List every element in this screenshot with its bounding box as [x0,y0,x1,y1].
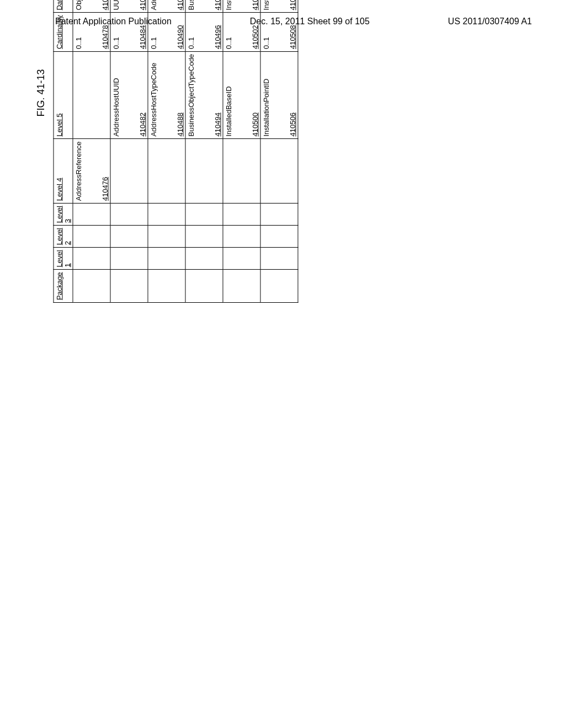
header-level3: Level 3 [54,204,73,226]
table-header-row: Package Level 1 Level 2 Level 3 Level 4 … [54,0,73,302]
cell-cardinality: 0..1410478 [73,13,110,51]
header-level4: Level 4 [54,139,73,204]
cell-package [223,270,260,303]
cell-cardinality-ref: 410484 [138,25,147,49]
cell-level4 [223,139,260,204]
cell-datatype-ref: 410498 [214,0,222,10]
header-level2: Level 2 [54,226,73,248]
cell-datatype-ref: 410510 [289,0,297,10]
table-row: AddressHostTypeCode4104880..1410490Addre… [148,0,185,302]
cell-cardinality-text: 0..1 [262,15,270,49]
cell-package [148,270,185,303]
cell-datatype-ref: 410504 [251,0,259,10]
cell-level2 [260,226,298,248]
cell-cardinality-text: 0..1 [225,15,233,49]
cell-cardinality-ref: 410502 [251,25,259,49]
figure-container: FIG. 41-13 Package Level 1 Level 2 Level… [267,0,299,303]
cell-datatype: ObjectNodeLocationAddressReference410480 [73,0,110,13]
cell-level4: AddressReference410476 [73,139,110,204]
cell-cardinality-ref: 410478 [101,25,109,49]
cell-level5-text: AddressHostUUID [112,54,120,137]
cell-level4 [148,139,185,204]
cell-datatype-text: AddressHostTypeCode [150,0,158,10]
cell-level4-ref: 410476 [101,177,109,201]
cell-package [185,270,223,303]
cell-cardinality: 0..1410508 [260,13,298,51]
header-datatype: Data Type Name [54,0,73,13]
cell-datatype: AddressHostTypeCode410492 [148,0,185,13]
cell-level5-text: BusinessObjectTypeCode [187,54,195,137]
cell-level2 [73,226,110,248]
cell-level5: InstallationPointID410506 [260,51,298,139]
cell-cardinality-text: 0..1 [150,15,158,49]
cell-level5-ref: 410482 [138,113,147,136]
cell-cardinality-text: 0..1 [112,15,120,49]
cell-datatype-ref: 410480 [101,0,109,10]
cell-package [73,270,110,303]
cell-level1 [185,248,223,270]
cell-level5-text: AddressHostTypeCode [150,54,158,137]
cell-level1 [110,248,148,270]
cell-level2 [148,226,185,248]
cell-level5: BusinessObjectTypeCode410494 [185,51,223,139]
cell-cardinality: 0..1410496 [185,13,223,51]
header-cardinality: Cardinality [54,13,73,51]
cell-cardinality-ref: 410496 [214,25,222,49]
cell-level4 [185,139,223,204]
table-row: AddressReference4104760..1410478ObjectNo… [73,0,110,302]
header-level1: Level 1 [54,248,73,270]
cell-level5: AddressHostUUID410482 [110,51,148,139]
cell-cardinality: 0..1410502 [223,13,260,51]
cell-level4 [260,139,298,204]
table-row: BusinessObjectTypeCode4104940..1410496Bu… [185,0,223,302]
cell-level1 [223,248,260,270]
cell-level5 [73,51,110,139]
figure-label: FIG. 41-13 [35,0,47,303]
cell-cardinality-text: 0..1 [74,15,83,49]
cell-level3 [260,204,298,226]
cell-level5: AddressHostTypeCode410488 [148,51,185,139]
cell-datatype-text: InstalledBaseID [225,0,233,10]
cell-datatype-text: ObjectNodeLocationAddressReference [74,0,83,10]
cell-level3 [110,204,148,226]
cell-level4-text: AddressReference [74,141,83,201]
cell-level5-ref: 410500 [251,113,259,136]
data-table: Package Level 1 Level 2 Level 3 Level 4 … [54,0,299,303]
cell-level2 [185,226,223,248]
cell-level2 [223,226,260,248]
cell-package [260,270,298,303]
cell-level3 [148,204,185,226]
cell-level1 [260,248,298,270]
cell-level1 [73,248,110,270]
cell-cardinality-text: 0..1 [187,15,195,49]
header-package: Package [54,270,73,303]
table-row: InstallationPointID4105060..1410508Insta… [260,0,298,302]
cell-level5-text: InstalledBaseID [225,54,233,137]
cell-cardinality-ref: 410490 [176,25,184,49]
cell-level5: InstalledBaseID410500 [223,51,260,139]
cell-level3 [73,204,110,226]
cell-datatype-ref: 410492 [176,0,184,10]
cell-datatype-text: BusinessObjectTypeCode [187,0,195,10]
cell-datatype: InstalledBaseID410504 [223,0,260,13]
cell-level3 [185,204,223,226]
cell-level5-ref: 410506 [289,113,297,136]
cell-datatype-text: InstallationPointID [262,0,270,10]
cell-cardinality: 0..1410484 [110,13,148,51]
cell-cardinality-ref: 410508 [289,25,297,49]
cell-datatype: BusinessObjectTypeCode410498 [185,0,223,13]
cell-level4 [110,139,148,204]
cell-level2 [110,226,148,248]
cell-datatype: UUID410486 [110,0,148,13]
cell-datatype-ref: 410486 [138,0,147,10]
cell-level5-ref: 410488 [176,113,184,136]
cell-level5-text: InstallationPointID [262,54,270,137]
cell-package [110,270,148,303]
table-row: AddressHostUUID4104820..1410484UUID41048… [110,0,148,302]
table-row: InstalledBaseID4105000..1410502Installed… [223,0,260,302]
cell-level3 [223,204,260,226]
cell-level5-ref: 410494 [214,113,222,136]
header-level5: Level 5 [54,51,73,139]
cell-datatype-text: UUID [112,0,120,10]
header-right: US 2011/0307409 A1 [448,17,532,26]
